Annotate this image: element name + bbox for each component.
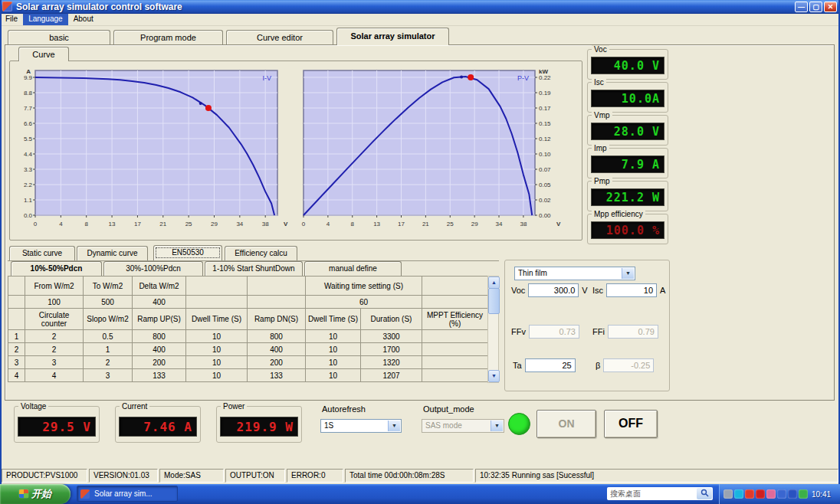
curve-tab[interactable]: Curve bbox=[18, 47, 69, 61]
beta-field: β -0.25 bbox=[596, 358, 654, 372]
isc-input[interactable]: 10 bbox=[606, 283, 657, 297]
status-message: 10:32:35 Running sas [Sucessful] bbox=[475, 469, 838, 483]
ta-field: Ta 25 bbox=[513, 358, 576, 372]
main-tab-basic[interactable]: basic bbox=[8, 30, 110, 44]
tab-efficiency-calcu[interactable]: Efficiency calcu bbox=[225, 246, 297, 260]
subtab-1-10-start-shuntdown[interactable]: 1-10% Start ShuntDown bbox=[205, 261, 303, 276]
minimize-button[interactable]: — bbox=[795, 2, 808, 12]
ffv-field: FFv 0.73 bbox=[511, 325, 579, 339]
grid-cell[interactable]: 200 bbox=[248, 356, 306, 369]
tray-icon-alert[interactable] bbox=[745, 489, 754, 499]
isc-label: Isc bbox=[592, 286, 603, 295]
off-button[interactable]: OFF bbox=[604, 410, 658, 438]
grid-cell[interactable]: 1207 bbox=[361, 369, 422, 382]
ta-input[interactable]: 25 bbox=[525, 358, 576, 372]
grid-cell[interactable]: 800 bbox=[248, 330, 306, 343]
svg-text:8: 8 bbox=[351, 221, 355, 227]
maximize-button[interactable]: ▢ bbox=[809, 2, 822, 12]
grid-cell[interactable]: 4 bbox=[25, 369, 84, 382]
grid-cell[interactable] bbox=[422, 330, 488, 343]
grid-cell[interactable]: 10 bbox=[186, 356, 248, 369]
tab-dynamic-curve[interactable]: Dynamic curve bbox=[77, 246, 148, 260]
grid-cell[interactable]: 2 bbox=[25, 343, 84, 356]
panel-type-select[interactable]: Thin film ▼ bbox=[514, 267, 635, 280]
grid-cell[interactable]: 10 bbox=[186, 330, 248, 343]
tray-icon-network[interactable] bbox=[777, 489, 786, 499]
subtab-10-50-pdcn[interactable]: 10%-50%Pdcn bbox=[11, 261, 102, 276]
taskbar-clock[interactable]: 10:41 bbox=[812, 490, 831, 499]
grid-cell[interactable]: 10 bbox=[306, 343, 361, 356]
grid-cell[interactable]: 2 bbox=[84, 356, 133, 369]
grid-header-cell: 500 bbox=[84, 296, 133, 309]
scroll-thumb[interactable] bbox=[488, 288, 500, 314]
menu-language[interactable]: Language bbox=[23, 14, 68, 25]
tray-icon-app[interactable] bbox=[766, 489, 776, 499]
svg-text:2.2: 2.2 bbox=[24, 182, 33, 188]
tray-icon-shield-green[interactable] bbox=[799, 489, 808, 499]
grid-cell[interactable] bbox=[422, 369, 488, 382]
grid-cell[interactable]: 400 bbox=[248, 343, 306, 356]
grid-cell[interactable]: 133 bbox=[248, 369, 306, 382]
svg-text:29: 29 bbox=[211, 221, 218, 227]
grid-cell[interactable]: 2 bbox=[25, 330, 84, 343]
grid-cell[interactable]: 1320 bbox=[361, 356, 422, 369]
grid-cell[interactable]: 1 bbox=[84, 343, 133, 356]
grid-cell[interactable]: 800 bbox=[133, 330, 186, 343]
grid-cell[interactable]: 10 bbox=[186, 343, 248, 356]
grid-cell[interactable]: 1700 bbox=[361, 343, 422, 356]
grid-cell[interactable]: 10 bbox=[306, 356, 361, 369]
grid-header-cell bbox=[186, 296, 248, 309]
grid-cell[interactable]: 10 bbox=[306, 330, 361, 343]
desktop-search-input[interactable]: 搜索桌面 bbox=[607, 487, 713, 500]
autorefresh-select[interactable]: 1S ▼ bbox=[320, 419, 402, 433]
status-error: ERROR:0 bbox=[287, 469, 343, 483]
output-mode-label: Output_mode bbox=[423, 404, 474, 414]
svg-text:0: 0 bbox=[34, 221, 38, 227]
grid-header-cell bbox=[186, 277, 248, 296]
main-tab-program-mode[interactable]: Program mode bbox=[113, 30, 223, 44]
tab-static-curve[interactable]: Static curve bbox=[9, 246, 75, 260]
grid-cell[interactable]: 3 bbox=[25, 356, 84, 369]
grid-cell[interactable]: 200 bbox=[133, 356, 186, 369]
grid-cell[interactable] bbox=[422, 356, 488, 369]
start-button[interactable]: 开始 bbox=[0, 484, 71, 504]
status-output: OUTPUT:ON bbox=[225, 469, 285, 483]
scroll-up-arrow-icon[interactable]: ▲ bbox=[488, 277, 500, 289]
grid-cell[interactable]: 400 bbox=[133, 343, 186, 356]
scroll-down-arrow-icon[interactable]: ▼ bbox=[488, 370, 500, 382]
grid-cell[interactable]: 3300 bbox=[361, 330, 422, 343]
search-icon[interactable] bbox=[697, 488, 712, 499]
grid-cell[interactable]: 133 bbox=[133, 369, 186, 382]
svg-text:1.1: 1.1 bbox=[24, 197, 33, 204]
grid-cell[interactable] bbox=[422, 343, 488, 356]
close-button[interactable]: ✕ bbox=[824, 2, 837, 12]
grid-cell[interactable]: 10 bbox=[306, 369, 361, 382]
tab-en50530[interactable]: EN50530 bbox=[153, 245, 222, 260]
window-border-left bbox=[0, 0, 2, 484]
chevron-down-icon[interactable]: ▼ bbox=[622, 268, 634, 279]
title-bar[interactable]: Solar array simulator control software —… bbox=[0, 0, 840, 14]
grid-cell[interactable]: 0.5 bbox=[84, 330, 133, 343]
power-meter: Power 219.9 W bbox=[216, 406, 302, 443]
svg-text:0.00: 0.00 bbox=[539, 212, 551, 219]
menu-file[interactable]: File bbox=[0, 14, 23, 25]
iv-legend: I-V bbox=[262, 74, 271, 82]
chevron-down-icon[interactable]: ▼ bbox=[388, 421, 400, 431]
main-tab-solar-array-simulator[interactable]: Solar array simulator bbox=[336, 28, 449, 45]
beta-input: -0.25 bbox=[603, 358, 654, 372]
tray-icon-security[interactable] bbox=[756, 489, 765, 499]
grid-cell[interactable]: 3 bbox=[84, 369, 133, 382]
readout-display: 28.0 V bbox=[591, 123, 664, 140]
subtab-manual-define[interactable]: manual define bbox=[304, 261, 402, 276]
tray-icon-shield-blue[interactable] bbox=[788, 489, 797, 499]
grid-cell[interactable]: 10 bbox=[186, 369, 248, 382]
subtab-30-100-pdcn[interactable]: 30%-100%Pdcn bbox=[103, 261, 203, 276]
voc-input[interactable]: 300.0 bbox=[528, 283, 579, 297]
grid-scrollbar[interactable]: ▲ ▼ bbox=[487, 276, 499, 383]
taskbar-item-solar-array[interactable]: Solar array sim... bbox=[77, 486, 178, 502]
readout-label: Vmp bbox=[592, 111, 612, 119]
main-tab-curve-editor[interactable]: Curve editor bbox=[226, 30, 333, 44]
tray-icon-messenger[interactable] bbox=[734, 489, 743, 499]
menu-about[interactable]: About bbox=[68, 14, 99, 25]
tray-icon-volume[interactable] bbox=[724, 489, 733, 499]
